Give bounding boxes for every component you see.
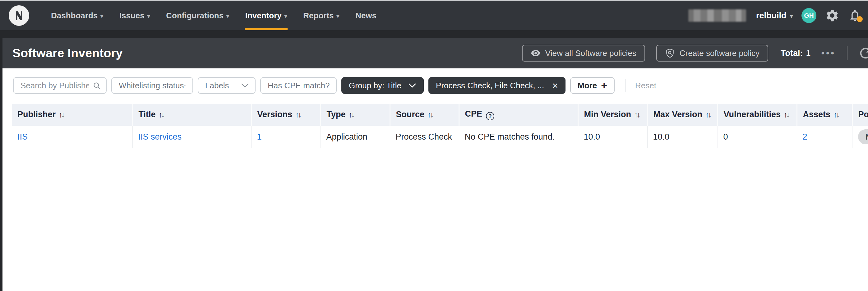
table-body: IISIIS services1ApplicationProcess Check… (12, 126, 868, 148)
chevron-down-icon (241, 83, 249, 88)
column-header-policy[interactable]: Policy (852, 104, 868, 126)
sort-icon: ↑↓ (834, 110, 838, 119)
nav-menu: Dashboards▾Issues▾Configurations▾Invento… (51, 1, 376, 30)
shield-search-icon (665, 48, 675, 58)
help-icon[interactable]: ? (486, 112, 494, 120)
table-row: IISIIS services1ApplicationProcess Check… (12, 126, 868, 148)
cell-policy: Neutral (852, 126, 868, 148)
redacted-text-block (688, 9, 746, 22)
column-label: Versions (257, 110, 292, 119)
filter-dropdown-whitelisting-status[interactable]: Whitelisting status (111, 77, 193, 94)
chevron-down-icon (330, 83, 330, 88)
title-link[interactable]: IIS services (138, 132, 182, 141)
min-version-value: 10.0 (584, 132, 600, 141)
filter-dropdown-labels[interactable]: Labels (198, 77, 255, 94)
column-label: Assets (803, 110, 831, 119)
table-header-row: Publisher↑↓Title↑↓Versions↑↓Type↑↓Source… (12, 104, 868, 126)
nav-item-label: News (355, 11, 376, 21)
policy-badge: Neutral (858, 129, 868, 144)
nav-item-label: Inventory (245, 11, 282, 21)
caret-down-icon: ▾ (226, 12, 229, 20)
cell-vulnerabilities: 0 (717, 126, 797, 148)
column-label: Vulnerabilities (724, 110, 781, 119)
navbar-right: relbuild ▾ GH (688, 8, 862, 23)
assets-link[interactable]: 2 (803, 132, 807, 141)
sort-icon: ↑↓ (296, 110, 300, 119)
max-version-value: 10.0 (653, 132, 670, 141)
column-header-title[interactable]: Title↑↓ (132, 104, 251, 126)
close-icon[interactable]: × (551, 80, 558, 91)
column-label: Policy (858, 110, 868, 119)
column-header-versions[interactable]: Versions↑↓ (251, 104, 320, 126)
caret-down-icon: ▾ (147, 12, 150, 20)
column-label: Min Version (584, 110, 631, 119)
sort-icon: ↑↓ (705, 110, 710, 119)
column-header-source[interactable]: Source↑↓ (390, 104, 459, 126)
caret-down-icon: ▾ (100, 12, 103, 20)
column-header-assets[interactable]: Assets↑↓ (797, 104, 852, 126)
logo-n-icon (12, 9, 26, 22)
sort-icon: ↑↓ (349, 110, 354, 119)
sort-icon: ↑↓ (428, 110, 432, 119)
column-header-min-version[interactable]: Min Version↑↓ (578, 104, 647, 126)
search-box (13, 77, 106, 94)
caret-down-icon: ▾ (337, 12, 340, 20)
cell-assets: 2 (797, 126, 852, 148)
filter-dropdown-has-cpe-match[interactable]: Has CPE match? (260, 77, 337, 94)
nav-item-issues[interactable]: Issues▾ (119, 1, 150, 30)
versions-link[interactable]: 1 (257, 132, 262, 141)
search-input[interactable] (20, 80, 90, 91)
eye-icon (531, 48, 540, 58)
nav-item-label: Reports (303, 11, 334, 21)
column-label: Title (138, 110, 156, 119)
nav-item-label: Issues (119, 11, 145, 21)
page: Software Inventory View all Software pol… (0, 38, 868, 291)
nav-item-reports[interactable]: Reports▾ (303, 1, 339, 30)
column-label: Type (327, 110, 346, 119)
sort-icon: ↑↓ (634, 110, 639, 119)
column-label: Source (396, 110, 425, 119)
more-filters-button[interactable]: More + (570, 77, 615, 94)
total-count: Total: 1 (781, 48, 811, 58)
nav-item-inventory[interactable]: Inventory▾ (245, 1, 287, 30)
view-all-software-policies-button[interactable]: View all Software policies (522, 45, 645, 62)
source-value: Process Check (396, 132, 452, 141)
more-options-button[interactable]: ••• (821, 48, 836, 58)
dropdown-label: Labels (205, 81, 229, 91)
column-header-cpe[interactable]: CPE? (459, 104, 578, 126)
cell-min-version: 10.0 (578, 126, 647, 148)
content-panel: Whitelisting statusLabelsHas CPE match? … (2, 68, 868, 291)
refresh-icon[interactable] (858, 45, 868, 61)
column-label: Max Version (653, 110, 703, 119)
user-menu[interactable]: relbuild ▾ (756, 11, 793, 21)
dropdown-label: Has CPE match? (268, 81, 330, 91)
software-inventory-table: Publisher↑↓Title↑↓Versions↑↓Type↑↓Source… (12, 104, 868, 148)
notification-badge-dot (857, 16, 863, 22)
avatar[interactable]: GH (802, 8, 816, 23)
publisher-link[interactable]: IIS (18, 132, 28, 141)
nav-item-configurations[interactable]: Configurations▾ (166, 1, 229, 30)
column-header-max-version[interactable]: Max Version↑↓ (647, 104, 717, 126)
reset-filters-button[interactable]: Reset (635, 81, 656, 91)
nav-item-news[interactable]: News (355, 1, 376, 30)
user-name: relbuild (756, 11, 786, 21)
create-software-policy-button[interactable]: Create software policy (656, 45, 768, 62)
notifications-bell-icon[interactable] (848, 9, 862, 22)
caret-down-icon: ▾ (790, 12, 793, 20)
column-label: CPE (465, 109, 483, 119)
nanitor-logo[interactable] (9, 5, 29, 26)
top-navbar: Dashboards▾Issues▾Configurations▾Invento… (0, 1, 868, 30)
cell-publisher: IIS (12, 126, 132, 148)
column-header-type[interactable]: Type↑↓ (320, 104, 390, 126)
column-header-publisher[interactable]: Publisher↑↓ (12, 104, 132, 126)
settings-gear-icon[interactable] (825, 8, 839, 23)
column-header-vulnerabilities[interactable]: Vulnerabilities↑↓ (717, 104, 797, 126)
sort-icon: ↑↓ (59, 110, 64, 119)
nav-item-dashboards[interactable]: Dashboards▾ (51, 1, 103, 30)
nav-item-label: Dashboards (51, 11, 98, 21)
dropdown-label: Whitelisting status (119, 81, 184, 91)
active-filter-chip[interactable]: Process Check, File Check, ... × (428, 77, 565, 94)
cell-versions: 1 (251, 126, 320, 148)
sort-icon: ↑↓ (159, 110, 164, 119)
group-by-dropdown[interactable]: Group by: Title (341, 77, 424, 94)
